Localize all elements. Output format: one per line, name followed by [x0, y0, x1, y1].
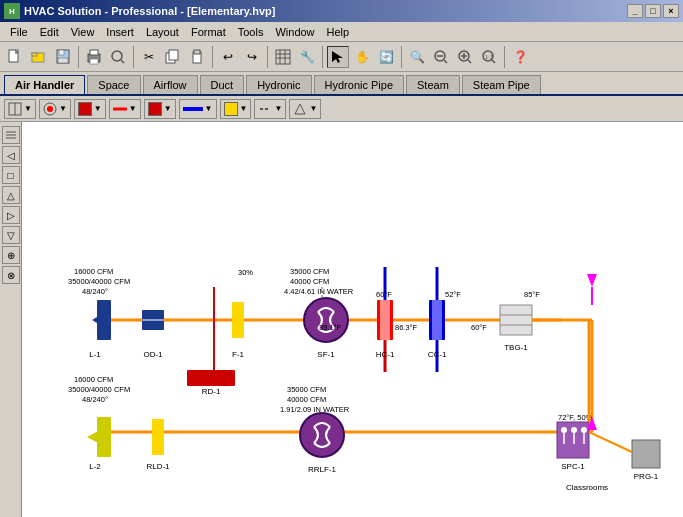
- svg-point-64: [300, 413, 344, 457]
- ann-temp60b: 60°F: [471, 323, 487, 332]
- svg-marker-38: [295, 104, 305, 114]
- open-button[interactable]: [28, 46, 50, 68]
- menu-window[interactable]: Window: [269, 24, 320, 40]
- menu-format[interactable]: Format: [185, 24, 232, 40]
- ann-cfm6: 35000/40000 CFM: [68, 385, 130, 394]
- svg-rect-7: [90, 50, 98, 55]
- menu-layout[interactable]: Layout: [140, 24, 185, 40]
- zoom-fit-button[interactable]: [454, 46, 476, 68]
- toolbar-sep-7: [504, 46, 505, 68]
- rotate-button[interactable]: 🔄: [375, 46, 397, 68]
- help-button[interactable]: ❓: [509, 46, 531, 68]
- close-button[interactable]: ×: [663, 4, 679, 18]
- svg-rect-15: [276, 50, 290, 64]
- diagram-svg: L-1 OD-1 F-1 SF-1 HC-1 CC-1 TBG-1 RD-1 L…: [22, 122, 683, 517]
- tab-hydronic-pipe[interactable]: Hydronic Pipe: [314, 75, 404, 94]
- st-btn-2[interactable]: ▼: [39, 99, 71, 119]
- svg-line-25: [468, 60, 471, 63]
- ann-temp72: 72°F, 50%: [558, 413, 593, 422]
- copy-button[interactable]: [162, 46, 184, 68]
- zoom-out-button[interactable]: [430, 46, 452, 68]
- select-button[interactable]: [327, 46, 349, 68]
- ann-temp85: 85°F: [524, 290, 540, 299]
- window-controls: _ □ ×: [627, 4, 679, 18]
- label-RLD1: RLD-1: [146, 462, 170, 471]
- st-btn-4[interactable]: ▼: [109, 99, 141, 119]
- svg-rect-36: [183, 107, 203, 111]
- svg-marker-61: [87, 430, 100, 444]
- print-button[interactable]: [83, 46, 105, 68]
- calc-button[interactable]: 🔧: [296, 46, 318, 68]
- label-SPC1: SPC-1: [561, 462, 585, 471]
- svg-text:1:1: 1:1: [485, 54, 494, 60]
- menu-insert[interactable]: Insert: [100, 24, 140, 40]
- zoom-100-button[interactable]: 1:1: [478, 46, 500, 68]
- undo-button[interactable]: ↩: [217, 46, 239, 68]
- svg-rect-2: [32, 53, 37, 56]
- st-btn-6[interactable]: ▼: [179, 99, 217, 119]
- st-btn-3[interactable]: ▼: [74, 99, 106, 119]
- tab-hydronic[interactable]: Hydronic: [246, 75, 311, 94]
- st-btn-7[interactable]: ▼: [220, 99, 252, 119]
- sidebar-btn-7[interactable]: ⊕: [2, 246, 20, 264]
- label-L2: L-2: [89, 462, 101, 471]
- label-TBG1: TBG-1: [504, 343, 528, 352]
- ann-cfm5: 16000 CFM: [74, 375, 113, 384]
- sidebar-btn-2[interactable]: ◁: [2, 146, 20, 164]
- toolbar: ✂ ↩ ↪ 🔧 ✋ 🔄 🔍 1:1 ❓: [0, 42, 683, 72]
- tab-steam-pipe[interactable]: Steam Pipe: [462, 75, 541, 94]
- redo-button[interactable]: ↪: [241, 46, 263, 68]
- ann-temp391: 39.1°F: [319, 323, 342, 332]
- tab-duct[interactable]: Duct: [200, 75, 245, 94]
- ann-30pct: 30%: [238, 268, 253, 277]
- menu-help[interactable]: Help: [321, 24, 356, 40]
- zoom-in-button[interactable]: 🔍: [406, 46, 428, 68]
- sidebar-btn-6[interactable]: ▽: [2, 226, 20, 244]
- menu-bar: File Edit View Insert Layout Format Tool…: [0, 22, 683, 42]
- save-button[interactable]: [52, 46, 74, 68]
- st-btn-5[interactable]: ▼: [144, 99, 176, 119]
- menu-file[interactable]: File: [4, 24, 34, 40]
- tab-steam[interactable]: Steam: [406, 75, 460, 94]
- new-button[interactable]: [4, 46, 26, 68]
- tab-airflow[interactable]: Airflow: [143, 75, 198, 94]
- sidebar-btn-8[interactable]: ⊗: [2, 266, 20, 284]
- st-btn-1[interactable]: ▼: [4, 99, 36, 119]
- label-F1: F-1: [232, 350, 245, 359]
- sidebar-btn-1[interactable]: [2, 126, 20, 144]
- st-btn-8[interactable]: ▼: [254, 99, 286, 119]
- sidebar-btn-4[interactable]: △: [2, 186, 20, 204]
- label-HC1: HC-1: [376, 350, 395, 359]
- svg-marker-20: [332, 51, 343, 63]
- app-icon: H: [4, 3, 20, 19]
- ann-temp52: 52°F: [445, 290, 461, 299]
- svg-rect-62: [187, 370, 235, 386]
- svg-rect-72: [632, 440, 660, 468]
- hand-button[interactable]: ✋: [351, 46, 373, 68]
- ann-cfm7: 35000 CFM: [287, 385, 326, 394]
- secondary-toolbar: ▼ ▼ ▼ ▼ ▼ ▼ ▼ ▼ ▼: [0, 96, 683, 122]
- sidebar-btn-3[interactable]: □: [2, 166, 20, 184]
- menu-view[interactable]: View: [65, 24, 101, 40]
- paste-button[interactable]: [186, 46, 208, 68]
- tab-air-handler[interactable]: Air Handler: [4, 75, 85, 94]
- tab-space[interactable]: Space: [87, 75, 140, 94]
- svg-rect-8: [90, 59, 98, 64]
- cut-button[interactable]: ✂: [138, 46, 160, 68]
- ann-cfm3: 35000 CFM: [290, 267, 329, 276]
- table-button[interactable]: [272, 46, 294, 68]
- st-btn-9[interactable]: ▼: [289, 99, 321, 119]
- minimize-button[interactable]: _: [627, 4, 643, 18]
- sidebar-btn-5[interactable]: ▷: [2, 206, 20, 224]
- label-PRG1: PRG-1: [634, 472, 659, 481]
- menu-tools[interactable]: Tools: [232, 24, 270, 40]
- menu-edit[interactable]: Edit: [34, 24, 65, 40]
- svg-point-34: [47, 106, 53, 112]
- ann-water1: 4.42/4.61 IN WATER: [284, 287, 354, 296]
- maximize-button[interactable]: □: [645, 4, 661, 18]
- svg-line-29: [492, 60, 495, 63]
- preview-button[interactable]: [107, 46, 129, 68]
- ann-temp2: 48/240°: [82, 395, 108, 404]
- label-RD1: RD-1: [202, 387, 221, 396]
- toolbar-sep-4: [267, 46, 268, 68]
